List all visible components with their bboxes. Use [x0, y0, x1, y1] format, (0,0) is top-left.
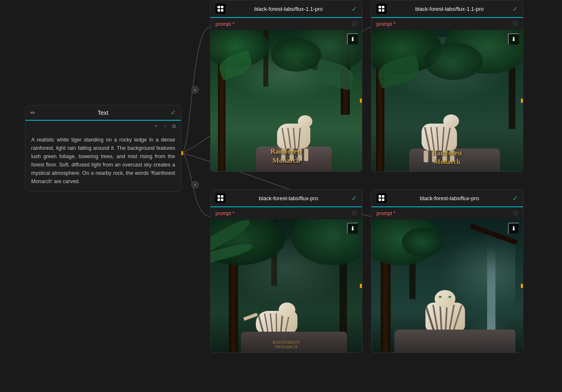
info-icon-top-left[interactable]: ⓘ — [352, 20, 357, 27]
model-icon-bottom-right — [376, 193, 386, 203]
tiger-image-1: RainforestMonarch — [210, 30, 362, 171]
download-btn-bottom-left[interactable]: ⬇ — [347, 223, 359, 234]
model-check-top-right: ✓ — [512, 5, 518, 13]
model-icon-top-right — [376, 4, 386, 14]
model-check-bottom-right: ✓ — [512, 194, 518, 202]
svg-rect-9 — [221, 195, 223, 198]
info-icon-bottom-left[interactable]: ⓘ — [352, 210, 357, 217]
svg-rect-14 — [379, 198, 381, 201]
model-card-top-right-header: black-forest-labs/flux-1.1-pro ✓ — [371, 0, 523, 18]
text-node-header: ✏ Text ✓ — [25, 105, 181, 121]
model-card-top-left: black-forest-labs/flux-1.1-pro ✓ prompt … — [210, 0, 362, 172]
svg-rect-8 — [218, 195, 220, 198]
download-btn-top-right[interactable]: ⬇ — [508, 33, 520, 45]
text-node-check-icon: ✓ — [171, 109, 176, 117]
handle-right-bottom-right[interactable] — [521, 284, 523, 288]
prompt-label-bottom-right[interactable]: prompt * — [376, 211, 395, 216]
connection-remove-btn-1[interactable]: × — [191, 86, 199, 94]
tiger-image-4 — [371, 219, 523, 352]
svg-rect-15 — [382, 198, 384, 201]
svg-rect-5 — [382, 6, 384, 8]
model-check-top-left: ✓ — [352, 5, 357, 13]
svg-rect-2 — [218, 9, 220, 12]
text-node: ✏ Text ✓ + − ⧉ A realistic white tiger s… — [25, 105, 181, 192]
text-node-copy-btn[interactable]: ⧉ — [171, 122, 178, 130]
connection-remove-btn-2[interactable]: × — [191, 181, 199, 189]
text-node-title: Text — [35, 109, 171, 116]
svg-rect-7 — [382, 9, 384, 12]
handle-right-top-right[interactable] — [521, 99, 523, 103]
model-name-top-left: black-forest-labs/flux-1.1-pro — [229, 6, 348, 12]
download-btn-top-left[interactable]: ⬇ — [347, 33, 359, 45]
svg-rect-12 — [379, 195, 381, 198]
model-card-bottom-right-header: black-forest-labs/flux-pro ✓ — [371, 190, 523, 207]
model-card-top-left-header: black-forest-labs/flux-1.1-pro ✓ — [210, 0, 362, 18]
svg-rect-4 — [379, 6, 381, 8]
model-check-bottom-left: ✓ — [352, 194, 357, 202]
prompt-bar-bottom-right: prompt * ⓘ — [371, 207, 523, 219]
handle-right-bottom-left[interactable] — [360, 284, 362, 288]
model-image-container-top-right: RainforestMonarch ⬇ — [371, 30, 523, 171]
svg-rect-1 — [221, 6, 223, 8]
svg-rect-11 — [221, 198, 223, 201]
model-name-bottom-left: black-forest-labs/flux-pro — [229, 195, 348, 201]
handle-right-top-left[interactable] — [360, 99, 362, 103]
prompt-bar-top-right: prompt * ⓘ — [371, 18, 523, 30]
svg-rect-6 — [379, 9, 381, 12]
edit-icon: ✏ — [30, 109, 35, 116]
model-name-bottom-right: black-forest-labs/flux-pro — [390, 195, 509, 201]
model-icon-bottom-left — [215, 193, 225, 203]
info-icon-bottom-right[interactable]: ⓘ — [513, 210, 518, 217]
prompt-bar-bottom-left: prompt * ⓘ — [210, 207, 362, 219]
text-node-content[interactable]: A realistic white tiger standing on a ro… — [25, 131, 181, 191]
prompt-label-bottom-left[interactable]: prompt * — [215, 211, 234, 216]
model-card-bottom-left: black-forest-labs/flux-pro ✓ prompt * ⓘ — [210, 189, 362, 353]
text-node-toolbar: + − ⧉ — [25, 121, 181, 131]
svg-rect-13 — [382, 195, 384, 198]
model-image-container-top-left: RainforestMonarch ⬇ — [210, 30, 362, 171]
prompt-bar-top-left: prompt * ⓘ — [210, 18, 362, 30]
model-card-bottom-right: black-forest-labs/flux-pro ✓ prompt * ⓘ — [371, 189, 523, 353]
prompt-label-top-left[interactable]: prompt * — [215, 21, 234, 27]
download-btn-bottom-right[interactable]: ⬇ — [508, 223, 520, 234]
svg-rect-10 — [218, 198, 220, 201]
tiger-image-2: RainforestMonarch — [371, 30, 523, 171]
text-node-add-btn[interactable]: + — [153, 122, 159, 130]
tiger-image-3: RAINFORESTMONARCH — [210, 219, 362, 352]
text-node-minus-btn[interactable]: − — [162, 122, 168, 130]
model-name-top-right: black-forest-labs/flux-1.1-pro — [390, 6, 509, 12]
model-card-top-right: black-forest-labs/flux-1.1-pro ✓ prompt … — [371, 0, 523, 172]
model-card-bottom-left-header: black-forest-labs/flux-pro ✓ — [210, 190, 362, 207]
svg-rect-3 — [221, 9, 223, 12]
info-icon-top-right[interactable]: ⓘ — [513, 20, 518, 27]
model-icon-top-left — [215, 4, 225, 14]
model-image-container-bottom-left: RAINFORESTMONARCH ⬇ — [210, 219, 362, 352]
prompt-label-top-right[interactable]: prompt * — [376, 21, 395, 27]
model-image-container-bottom-right: ⬇ — [371, 219, 523, 352]
svg-rect-0 — [218, 6, 220, 8]
